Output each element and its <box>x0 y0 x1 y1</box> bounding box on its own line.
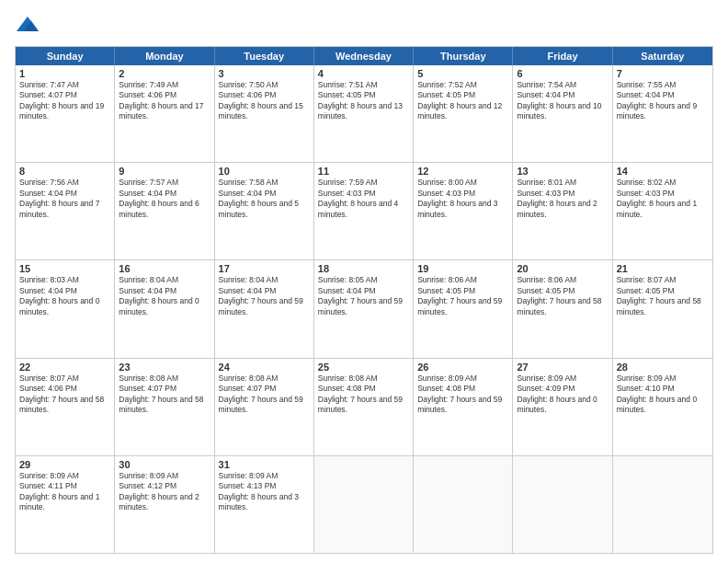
header-day-tuesday: Tuesday <box>215 47 314 65</box>
day-cell-26: 26Sunrise: 8:09 AMSunset: 4:08 PMDayligh… <box>414 359 513 455</box>
day-cell-27: 27Sunrise: 8:09 AMSunset: 4:09 PMDayligh… <box>513 359 612 455</box>
page: SundayMondayTuesdayWednesdayThursdayFrid… <box>0 0 728 563</box>
day-info: Sunrise: 8:02 AMSunset: 4:03 PMDaylight:… <box>617 178 709 220</box>
day-info: Sunrise: 8:06 AMSunset: 4:05 PMDaylight:… <box>417 275 508 317</box>
day-number: 24 <box>219 362 310 373</box>
empty-cell <box>414 456 513 553</box>
day-number: 30 <box>119 459 210 470</box>
day-info: Sunrise: 8:09 AMSunset: 4:12 PMDaylight:… <box>119 471 210 513</box>
day-info: Sunrise: 8:08 AMSunset: 4:08 PMDaylight:… <box>318 373 409 416</box>
day-cell-16: 16Sunrise: 8:04 AMSunset: 4:04 PMDayligh… <box>115 260 214 357</box>
day-number: 29 <box>19 459 110 470</box>
day-cell-18: 18Sunrise: 8:05 AMSunset: 4:04 PMDayligh… <box>314 260 414 357</box>
day-info: Sunrise: 7:54 AMSunset: 4:04 PMDaylight:… <box>517 80 608 122</box>
day-info: Sunrise: 8:06 AMSunset: 4:05 PMDaylight:… <box>517 275 608 317</box>
day-info: Sunrise: 8:01 AMSunset: 4:03 PMDaylight:… <box>517 178 608 220</box>
calendar-header: SundayMondayTuesdayWednesdayThursdayFrid… <box>16 47 712 65</box>
day-cell-13: 13Sunrise: 8:01 AMSunset: 4:03 PMDayligh… <box>513 163 612 259</box>
day-number: 5 <box>417 68 508 79</box>
day-number: 21 <box>617 263 709 274</box>
day-info: Sunrise: 8:09 AMSunset: 4:11 PMDaylight:… <box>19 471 110 513</box>
header-day-sunday: Sunday <box>16 47 115 65</box>
day-info: Sunrise: 8:09 AMSunset: 4:09 PMDaylight:… <box>517 373 608 416</box>
header <box>15 13 713 39</box>
day-info: Sunrise: 7:52 AMSunset: 4:05 PMDaylight:… <box>417 80 508 122</box>
day-info: Sunrise: 7:51 AMSunset: 4:05 PMDaylight:… <box>318 80 409 122</box>
day-info: Sunrise: 7:59 AMSunset: 4:03 PMDaylight:… <box>318 178 409 220</box>
day-info: Sunrise: 7:57 AMSunset: 4:04 PMDaylight:… <box>119 178 210 220</box>
day-cell-19: 19Sunrise: 8:06 AMSunset: 4:05 PMDayligh… <box>414 260 513 357</box>
day-cell-20: 20Sunrise: 8:06 AMSunset: 4:05 PMDayligh… <box>513 260 612 357</box>
logo-icon <box>15 13 40 39</box>
day-info: Sunrise: 7:49 AMSunset: 4:06 PMDaylight:… <box>119 80 210 122</box>
day-cell-31: 31Sunrise: 8:09 AMSunset: 4:13 PMDayligh… <box>215 456 314 553</box>
day-number: 20 <box>517 263 608 274</box>
day-cell-5: 5Sunrise: 7:52 AMSunset: 4:05 PMDaylight… <box>414 65 513 162</box>
day-number: 25 <box>318 362 409 373</box>
week-row-1: 1Sunrise: 7:47 AMSunset: 4:07 PMDaylight… <box>16 65 712 162</box>
day-cell-7: 7Sunrise: 7:55 AMSunset: 4:04 PMDaylight… <box>613 65 712 162</box>
day-info: Sunrise: 8:07 AMSunset: 4:06 PMDaylight:… <box>19 373 110 416</box>
day-cell-30: 30Sunrise: 8:09 AMSunset: 4:12 PMDayligh… <box>115 456 214 553</box>
calendar: SundayMondayTuesdayWednesdayThursdayFrid… <box>15 46 713 554</box>
day-info: Sunrise: 8:03 AMSunset: 4:04 PMDaylight:… <box>19 275 110 317</box>
day-number: 10 <box>219 166 310 177</box>
day-cell-11: 11Sunrise: 7:59 AMSunset: 4:03 PMDayligh… <box>314 163 414 259</box>
day-info: Sunrise: 8:09 AMSunset: 4:08 PMDaylight:… <box>417 373 508 416</box>
day-number: 27 <box>517 362 608 373</box>
day-info: Sunrise: 7:58 AMSunset: 4:04 PMDaylight:… <box>219 178 310 220</box>
header-day-wednesday: Wednesday <box>314 47 414 65</box>
day-cell-28: 28Sunrise: 8:09 AMSunset: 4:10 PMDayligh… <box>613 359 712 455</box>
day-number: 19 <box>417 263 508 274</box>
day-number: 31 <box>219 459 310 470</box>
day-info: Sunrise: 8:00 AMSunset: 4:03 PMDaylight:… <box>417 178 508 220</box>
empty-cell <box>314 456 414 553</box>
day-info: Sunrise: 7:56 AMSunset: 4:04 PMDaylight:… <box>19 178 110 220</box>
day-cell-23: 23Sunrise: 8:08 AMSunset: 4:07 PMDayligh… <box>115 359 214 455</box>
day-number: 14 <box>617 166 709 177</box>
day-cell-17: 17Sunrise: 8:04 AMSunset: 4:04 PMDayligh… <box>215 260 314 357</box>
day-cell-4: 4Sunrise: 7:51 AMSunset: 4:05 PMDaylight… <box>314 65 414 162</box>
day-cell-3: 3Sunrise: 7:50 AMSunset: 4:06 PMDaylight… <box>215 65 314 162</box>
day-info: Sunrise: 7:47 AMSunset: 4:07 PMDaylight:… <box>19 80 110 122</box>
header-day-friday: Friday <box>513 47 612 65</box>
day-number: 23 <box>119 362 210 373</box>
day-cell-9: 9Sunrise: 7:57 AMSunset: 4:04 PMDaylight… <box>115 163 214 259</box>
day-info: Sunrise: 8:04 AMSunset: 4:04 PMDaylight:… <box>119 275 210 317</box>
day-number: 3 <box>219 68 310 79</box>
day-number: 8 <box>19 166 110 177</box>
header-day-thursday: Thursday <box>414 47 513 65</box>
day-cell-24: 24Sunrise: 8:08 AMSunset: 4:07 PMDayligh… <box>215 359 314 455</box>
empty-cell <box>613 456 712 553</box>
day-number: 9 <box>119 166 210 177</box>
day-number: 26 <box>417 362 508 373</box>
day-cell-6: 6Sunrise: 7:54 AMSunset: 4:04 PMDaylight… <box>513 65 612 162</box>
day-info: Sunrise: 8:05 AMSunset: 4:04 PMDaylight:… <box>318 275 409 317</box>
day-number: 11 <box>318 166 409 177</box>
week-row-2: 8Sunrise: 7:56 AMSunset: 4:04 PMDaylight… <box>16 162 712 259</box>
day-cell-25: 25Sunrise: 8:08 AMSunset: 4:08 PMDayligh… <box>314 359 414 455</box>
day-number: 22 <box>19 362 110 373</box>
day-number: 12 <box>417 166 508 177</box>
day-number: 4 <box>318 68 409 79</box>
day-number: 7 <box>617 68 709 79</box>
day-number: 15 <box>19 263 110 274</box>
day-number: 28 <box>617 362 709 373</box>
header-day-monday: Monday <box>115 47 214 65</box>
day-cell-12: 12Sunrise: 8:00 AMSunset: 4:03 PMDayligh… <box>414 163 513 259</box>
day-info: Sunrise: 8:08 AMSunset: 4:07 PMDaylight:… <box>219 373 310 416</box>
week-row-5: 29Sunrise: 8:09 AMSunset: 4:11 PMDayligh… <box>16 455 712 553</box>
day-info: Sunrise: 8:04 AMSunset: 4:04 PMDaylight:… <box>219 275 310 317</box>
day-number: 6 <box>517 68 608 79</box>
header-day-saturday: Saturday <box>613 47 712 65</box>
empty-cell <box>513 456 612 553</box>
day-number: 2 <box>119 68 210 79</box>
day-cell-8: 8Sunrise: 7:56 AMSunset: 4:04 PMDaylight… <box>16 163 115 259</box>
day-info: Sunrise: 8:08 AMSunset: 4:07 PMDaylight:… <box>119 373 210 416</box>
day-number: 1 <box>19 68 110 79</box>
day-info: Sunrise: 8:07 AMSunset: 4:05 PMDaylight:… <box>617 275 709 317</box>
day-cell-2: 2Sunrise: 7:49 AMSunset: 4:06 PMDaylight… <box>115 65 214 162</box>
day-cell-10: 10Sunrise: 7:58 AMSunset: 4:04 PMDayligh… <box>215 163 314 259</box>
calendar-body: 1Sunrise: 7:47 AMSunset: 4:07 PMDaylight… <box>16 65 712 553</box>
day-info: Sunrise: 8:09 AMSunset: 4:10 PMDaylight:… <box>617 373 709 416</box>
